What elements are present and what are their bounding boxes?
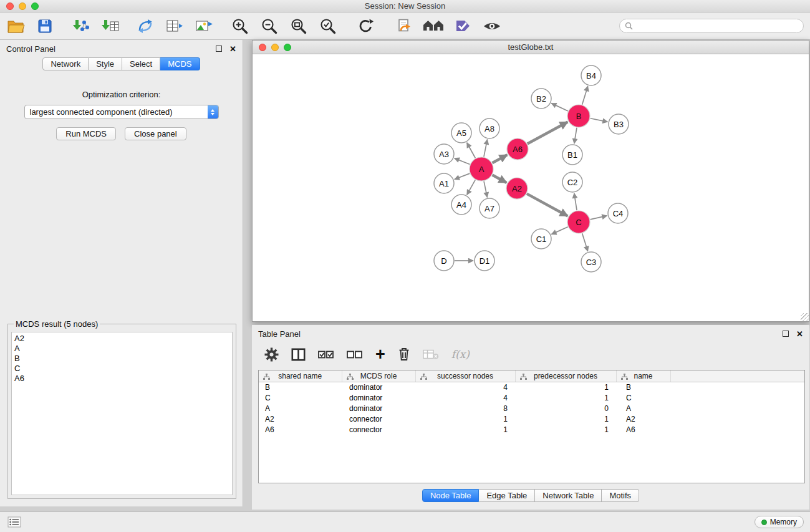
import-table-button[interactable]	[100, 16, 121, 36]
tab-mcds[interactable]: MCDS	[160, 57, 200, 70]
table-tab-node-table[interactable]: Node Table	[422, 489, 480, 502]
tab-select[interactable]: Select	[122, 57, 160, 70]
table-close-panel-icon[interactable]: ✕	[796, 329, 803, 339]
node-C1[interactable]: C1	[531, 229, 551, 249]
float-panel-icon[interactable]	[216, 46, 222, 52]
zoom-out-button[interactable]	[259, 16, 280, 36]
add-column-button[interactable]: +	[375, 348, 385, 360]
toolbar-search[interactable]	[619, 19, 804, 33]
close-panel-icon[interactable]: ✕	[229, 44, 236, 54]
network-minimize-button[interactable]	[271, 44, 279, 51]
node-A2[interactable]: A2	[506, 178, 528, 199]
edge-A-A2[interactable]	[493, 175, 507, 183]
export-table-button[interactable]	[164, 16, 185, 36]
first-neighbors-button[interactable]	[423, 16, 444, 36]
table-row[interactable]: Bdominator41B	[259, 382, 804, 392]
maximize-window-button[interactable]	[31, 2, 39, 10]
node-A1[interactable]: A1	[434, 173, 454, 193]
edge-C-C1[interactable]	[551, 227, 567, 235]
node-A8[interactable]: A8	[480, 118, 499, 138]
close-panel-button[interactable]: Close panel	[125, 127, 186, 140]
node-A[interactable]: A	[470, 157, 493, 181]
show-columns-button[interactable]	[291, 348, 306, 361]
mcds-result-list[interactable]: A2ABCA6	[11, 332, 233, 495]
table-row[interactable]: Adominator80A	[259, 403, 804, 414]
node-B4[interactable]: B4	[581, 65, 601, 85]
network-canvas[interactable]: B4B2BB3A5A8A6A3B1AC2A1A2A4A7C4CC1C3DD1	[253, 54, 809, 321]
tab-network[interactable]: Network	[42, 57, 89, 70]
network-close-button[interactable]	[259, 44, 266, 51]
edge-A-A5[interactable]	[467, 143, 476, 158]
open-session-button[interactable]	[5, 16, 26, 36]
edge-C-C4[interactable]	[591, 216, 607, 220]
table-row[interactable]: A6connector11A6	[259, 424, 804, 435]
delete-table-button[interactable]	[423, 349, 439, 360]
column-header-predecessor-nodes[interactable]: predecessor nodes	[515, 370, 616, 382]
node-B1[interactable]: B1	[562, 145, 582, 165]
node-A3[interactable]: A3	[434, 144, 454, 164]
zoom-in-button[interactable]	[229, 16, 251, 36]
edge-A6-B[interactable]	[528, 122, 568, 144]
search-input[interactable]	[636, 21, 798, 31]
node-B2[interactable]: B2	[531, 89, 551, 109]
run-mcds-button[interactable]: Run MCDS	[56, 127, 116, 140]
annotation-check-button[interactable]	[452, 16, 473, 36]
table-settings-button[interactable]	[264, 347, 279, 362]
edge-A-A4[interactable]	[467, 180, 475, 195]
new-network-button[interactable]	[135, 16, 156, 36]
node-A4[interactable]: A4	[451, 195, 471, 215]
network-maximize-button[interactable]	[284, 44, 291, 51]
node-B3[interactable]: B3	[609, 114, 629, 134]
mcds-result-item[interactable]: C	[12, 364, 232, 374]
edge-C-C2[interactable]	[574, 193, 577, 210]
table-tab-edge-table[interactable]: Edge Table	[479, 489, 535, 502]
edge-A-A6[interactable]	[493, 155, 508, 163]
node-D1[interactable]: D1	[475, 251, 494, 271]
optimization-dropdown[interactable]: largest connected component (directed)	[24, 105, 219, 119]
column-header-MCDS-role[interactable]: MCDS role	[342, 370, 415, 382]
table-tab-motifs[interactable]: Motifs	[602, 489, 639, 502]
import-network-button[interactable]	[70, 16, 92, 36]
node-C3[interactable]: C3	[581, 252, 601, 272]
node-D[interactable]: D	[434, 251, 454, 271]
edge-C-C3[interactable]	[582, 233, 588, 251]
function-builder-button[interactable]: f(x)	[451, 348, 470, 360]
column-header-shared-name[interactable]: shared name	[259, 370, 342, 382]
apply-layout-button[interactable]	[355, 16, 376, 36]
edge-A-A8[interactable]	[484, 140, 488, 157]
table-float-panel-icon[interactable]	[783, 331, 789, 337]
edge-B-B2[interactable]	[551, 104, 567, 111]
open-document-button[interactable]	[393, 16, 415, 36]
mcds-result-item[interactable]: B	[12, 354, 232, 364]
edge-B-B4[interactable]	[582, 86, 588, 105]
memory-button[interactable]: Memory	[755, 516, 804, 528]
table-tab-network-table[interactable]: Network Table	[535, 489, 602, 502]
node-A5[interactable]: A5	[451, 123, 471, 143]
mcds-result-item[interactable]: A6	[12, 374, 232, 384]
edge-A-A1[interactable]	[455, 173, 470, 179]
table-row[interactable]: Cdominator41C	[259, 392, 804, 403]
node-C[interactable]: C	[567, 211, 590, 233]
table-row[interactable]: A2connector11A2	[259, 414, 804, 424]
node-C2[interactable]: C2	[562, 172, 582, 192]
column-header-successor-nodes[interactable]: successor nodes	[415, 370, 515, 382]
edge-A-A3[interactable]	[455, 158, 470, 165]
node-A6[interactable]: A6	[507, 138, 528, 160]
show-panels-button[interactable]	[7, 516, 21, 528]
zoom-selected-button[interactable]	[317, 16, 339, 36]
select-all-button[interactable]	[318, 349, 334, 360]
tab-style[interactable]: Style	[89, 57, 122, 70]
node-C4[interactable]: C4	[608, 203, 628, 223]
export-image-button[interactable]	[193, 16, 215, 36]
edge-B-B1[interactable]	[574, 128, 577, 143]
node-A7[interactable]: A7	[480, 198, 499, 218]
edge-A-A7[interactable]	[484, 181, 487, 198]
minimize-window-button[interactable]	[19, 2, 26, 10]
mcds-result-item[interactable]: A2	[12, 334, 232, 344]
zoom-fit-button[interactable]	[288, 16, 309, 36]
delete-column-button[interactable]	[398, 347, 410, 362]
save-session-button[interactable]	[34, 16, 55, 36]
edge-B-B3[interactable]	[591, 118, 608, 122]
deselect-all-button[interactable]	[347, 349, 363, 360]
mcds-result-item[interactable]: A	[12, 344, 232, 354]
